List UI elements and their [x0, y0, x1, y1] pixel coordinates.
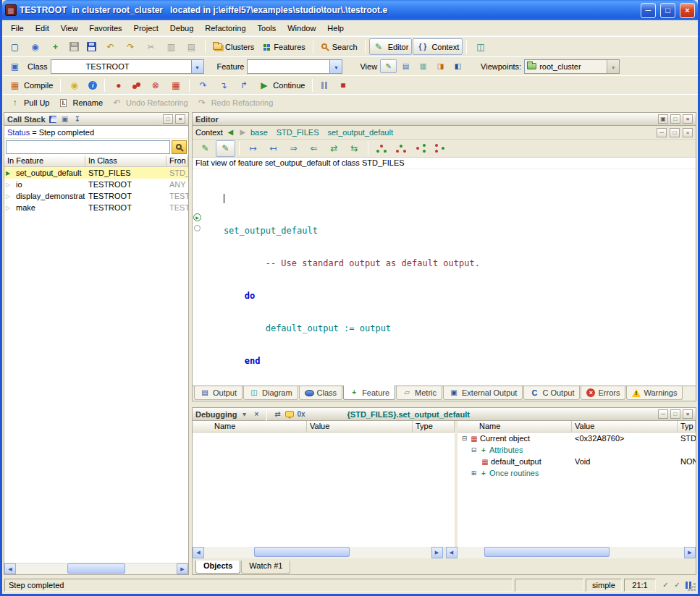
breadcrumb-cluster[interactable]: base: [250, 128, 268, 137]
cut-button[interactable]: [141, 38, 161, 55]
breadcrumb-class[interactable]: STD_FILES: [277, 128, 319, 137]
objects-empty-area[interactable]: [457, 479, 696, 547]
column-value[interactable]: Value: [307, 421, 413, 433]
editor-toggle-button[interactable]: Editor: [369, 38, 413, 55]
scroll-right-button[interactable]: ▶: [177, 563, 188, 574]
hex-toggle-button[interactable]: 0x: [297, 410, 305, 418]
menu-tools[interactable]: Tools: [252, 22, 282, 34]
scroll-track[interactable]: [16, 563, 177, 574]
step-into-button[interactable]: [214, 77, 233, 93]
maximize-panel-button[interactable]: [670, 409, 680, 419]
investigators-button[interactable]: [345, 140, 364, 157]
scroll-right-button[interactable]: ▶: [684, 547, 696, 558]
menu-help[interactable]: Help: [321, 22, 350, 34]
breakpoint-slot[interactable]: [194, 225, 201, 231]
viewpoints-combo[interactable]: root_cluster: [524, 59, 620, 74]
dropdown-arrow-icon[interactable]: [191, 60, 203, 73]
scroll-track[interactable]: [457, 547, 685, 558]
horizontal-splitter[interactable]: [192, 401, 696, 407]
continue-button[interactable]: Continue: [254, 77, 308, 93]
copy-button[interactable]: [161, 38, 181, 55]
minimize-panel-button[interactable]: [657, 128, 667, 137]
menu-favorites[interactable]: Favorites: [83, 22, 127, 34]
editor-gutter[interactable]: [193, 169, 203, 386]
scroll-left-button[interactable]: ◀: [193, 547, 204, 558]
step-over-button[interactable]: [193, 77, 213, 93]
dock-panel-button[interactable]: [72, 115, 83, 123]
restore-panel-button[interactable]: [658, 114, 668, 124]
title-bar[interactable]: ▦ TESTROOT in cluster root_cluster locat…: [2, 0, 698, 20]
call-stack-row[interactable]: ▷ make TESTROOT TEST: [4, 202, 188, 213]
tab-metric[interactable]: Metric: [396, 386, 442, 400]
float-panel-button[interactable]: [60, 115, 70, 123]
debugging-header[interactable]: Debugging 0x {STD_FILES}.set_output_defa…: [193, 408, 696, 421]
tab-objects[interactable]: Objects: [195, 561, 240, 574]
menu-window[interactable]: Window: [282, 22, 321, 34]
ignore-breakpoints-button[interactable]: [64, 77, 84, 93]
column-name[interactable]: Name: [457, 421, 572, 433]
assigners-button[interactable]: [284, 140, 303, 157]
enable-breakpoints-button[interactable]: [109, 77, 128, 93]
object-tree-row[interactable]: Once routines: [457, 467, 696, 479]
tab-output[interactable]: Output: [194, 386, 243, 400]
tab-errors[interactable]: Errors: [581, 386, 625, 400]
tab-warnings[interactable]: Warnings: [626, 386, 683, 400]
compile-button[interactable]: Compile: [5, 77, 56, 93]
new-window-button[interactable]: [5, 38, 25, 55]
objects-horizontal-scrollbar[interactable]: ◀ ▶: [446, 547, 696, 558]
undo-button[interactable]: [101, 38, 120, 55]
assignees-button[interactable]: [304, 140, 324, 157]
column-in-feature[interactable]: In Feature: [4, 156, 85, 167]
scroll-thumb[interactable]: [67, 563, 125, 574]
close-panel-button[interactable]: [683, 128, 693, 137]
column-type[interactable]: Type: [413, 421, 455, 433]
rename-button[interactable]: Rename: [54, 95, 106, 111]
editor-header[interactable]: Editor: [193, 113, 696, 126]
context-toggle-button[interactable]: Context: [413, 38, 463, 55]
call-stack-row[interactable]: ▶ set_output_default STD_FILES STD_: [4, 167, 188, 179]
dropdown-arrow-icon[interactable]: [607, 60, 619, 73]
close-panel-button[interactable]: [175, 114, 185, 124]
basic-view-button[interactable]: [380, 59, 397, 73]
contract-view-button[interactable]: [432, 59, 449, 73]
add-button[interactable]: [46, 38, 65, 55]
ancestors-button[interactable]: [372, 140, 391, 156]
column-name[interactable]: Name: [193, 421, 307, 433]
callers-button[interactable]: [243, 140, 263, 157]
check-icon[interactable]: [672, 581, 682, 590]
call-stack-row[interactable]: ▷ display_demonstrat... TESTROOT TEST: [4, 190, 188, 202]
history-back-button[interactable]: [226, 128, 235, 137]
tab-c-output[interactable]: C Output: [523, 386, 580, 400]
watch-empty-area[interactable]: [193, 433, 455, 547]
clients-button[interactable]: [411, 140, 430, 156]
call-stack-row[interactable]: ▷ io TESTROOT ANY: [4, 179, 188, 190]
maximize-panel-button[interactable]: [163, 114, 173, 124]
open-file-button[interactable]: [25, 38, 45, 55]
breakpoints-tool-button[interactable]: [166, 77, 185, 93]
column-in-class[interactable]: In Class: [85, 156, 166, 167]
menu-file[interactable]: File: [5, 22, 30, 34]
remove-breakpoints-button[interactable]: [146, 77, 165, 93]
check-edit-icon[interactable]: [661, 581, 670, 590]
flat-view-button[interactable]: [415, 59, 431, 73]
tab-class[interactable]: Class: [299, 386, 343, 400]
call-stack-horizontal-scrollbar[interactable]: ◀ ▶: [4, 563, 188, 574]
info-button[interactable]: [85, 79, 101, 92]
scroll-left-button[interactable]: ◀: [446, 547, 457, 558]
interface-view-button[interactable]: [450, 59, 466, 73]
collapse-toggle[interactable]: [470, 446, 478, 454]
debugging-menu-button[interactable]: [239, 410, 249, 418]
breadcrumb-feature[interactable]: set_output_default: [327, 128, 393, 137]
maximize-panel-button[interactable]: [670, 128, 680, 137]
scroll-track[interactable]: [204, 547, 431, 558]
disable-breakpoints-button[interactable]: [129, 79, 145, 92]
clusters-button[interactable]: Clusters: [209, 41, 258, 54]
menu-view[interactable]: View: [55, 22, 84, 34]
tab-watch-1[interactable]: Watch #1: [241, 561, 290, 574]
save-call-stack-button[interactable]: [48, 116, 58, 123]
menu-project[interactable]: Project: [128, 22, 164, 34]
collapse-toggle[interactable]: [460, 435, 468, 442]
paste-button[interactable]: [182, 38, 201, 55]
menu-refactoring[interactable]: Refactoring: [199, 22, 251, 34]
maximize-button[interactable]: [660, 3, 675, 18]
